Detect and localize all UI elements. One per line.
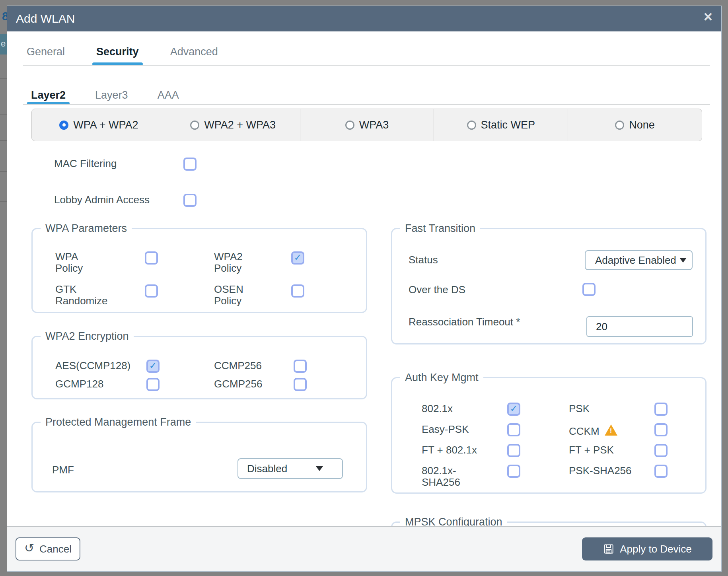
chevron-down-icon — [679, 258, 687, 263]
security-option-wpa-wpa2[interactable]: WPA + WPA2 — [32, 109, 166, 141]
aes-ccmp128-checkbox[interactable] — [146, 360, 160, 373]
auth-key-mgmt-legend: Auth Key Mgmt — [400, 372, 483, 384]
warning-icon: ! — [604, 424, 618, 436]
gtk-randomize-label: GTK Randomize — [55, 284, 119, 307]
akm-8021x-checkbox[interactable] — [507, 403, 520, 416]
akm-cckm-label: CCKM! — [569, 424, 618, 437]
dialog-title: Add WLAN — [16, 12, 75, 25]
background-row-divider — [0, 114, 7, 115]
dialog-body: General Security Advanced Layer2 Layer3 … — [7, 31, 721, 527]
akm-psk-sha256-checkbox[interactable] — [654, 465, 668, 478]
ccmp256-checkbox[interactable] — [294, 360, 307, 373]
akm-8021x-sha256-checkbox[interactable] — [507, 465, 520, 478]
radio-icon[interactable] — [190, 121, 199, 130]
mpsk-configuration-section: MPSK Configuration — [391, 516, 707, 527]
akm-psk-sha256-label: PSK-SHA256 — [569, 465, 632, 477]
radio-icon[interactable] — [467, 121, 476, 130]
tab-security[interactable]: Security — [96, 46, 139, 66]
akm-psk-checkbox[interactable] — [654, 403, 668, 416]
pmf-legend: Protected Management Frame — [41, 416, 196, 428]
save-icon — [603, 543, 615, 555]
gcmp128-checkbox[interactable] — [146, 378, 160, 391]
osen-policy-checkbox[interactable] — [291, 284, 304, 298]
chevron-down-icon — [316, 466, 323, 471]
radio-selected-icon[interactable] — [59, 121, 68, 130]
mpsk-configuration-legend: MPSK Configuration — [400, 516, 507, 527]
akm-cckm-text: CCKM — [569, 425, 600, 437]
tab-advanced[interactable]: Advanced — [170, 46, 218, 66]
fast-transition-status-dropdown[interactable]: Adaptive Enabled — [585, 250, 693, 270]
sub-tabs-divider — [23, 104, 710, 105]
akm-easy-psk-label: Easy-PSK — [422, 424, 469, 435]
wpa2-policy-label: WPA2 Policy — [214, 251, 262, 274]
mac-filtering-checkbox[interactable] — [183, 158, 197, 171]
akm-ft-8021x-label: FT + 802.1x — [422, 444, 477, 456]
fast-transition-legend: Fast Transition — [400, 222, 480, 235]
dialog-header: Add WLAN × — [7, 6, 721, 31]
background-row-divider — [0, 171, 7, 172]
security-sub-tabs: Layer2 Layer3 AAA — [31, 89, 179, 105]
over-the-ds-label: Over the DS — [409, 284, 465, 296]
security-option-static-wep[interactable]: Static WEP — [434, 109, 568, 141]
ccmp256-label: CCMP256 — [214, 360, 262, 372]
tab-layer3[interactable]: Layer3 — [95, 89, 128, 105]
cancel-button[interactable]: ↺ Cancel — [16, 537, 80, 560]
background-row-divider — [0, 140, 7, 141]
gtk-randomize-checkbox[interactable] — [145, 284, 158, 298]
security-option-label: None — [629, 119, 655, 131]
pmf-dropdown-value: Disabled — [247, 463, 287, 475]
background-row-divider — [0, 201, 7, 202]
security-option-wpa2-wpa3[interactable]: WPA2 + WPA3 — [166, 109, 300, 141]
security-option-wpa3[interactable]: WPA3 — [300, 109, 434, 141]
akm-cckm-checkbox[interactable] — [654, 423, 668, 436]
akm-8021x-label: 802.1x — [422, 403, 453, 414]
apply-to-device-button[interactable]: Apply to Device — [582, 537, 712, 560]
tab-aaa[interactable]: AAA — [158, 89, 179, 105]
akm-8021x-sha256-label: 802.1x-SHA256 — [422, 465, 475, 488]
dialog-footer: ↺ Cancel Apply to Device — [7, 526, 721, 571]
apply-button-label: Apply to Device — [620, 543, 692, 555]
lobby-admin-access-label: Lobby Admin Access — [54, 194, 150, 206]
security-option-label: Static WEP — [481, 119, 535, 131]
status-dropdown-value: Adaptive Enabled — [595, 254, 676, 267]
status-label: Status — [409, 254, 438, 266]
mac-filtering-label: MAC Filtering — [54, 158, 117, 169]
wpa2-encryption-legend: WPA2 Encryption — [41, 330, 134, 342]
tab-layer2[interactable]: Layer2 — [31, 89, 66, 105]
security-option-label: WPA2 + WPA3 — [204, 119, 276, 131]
security-option-label: WPA3 — [359, 119, 389, 131]
security-option-label: WPA + WPA2 — [73, 119, 138, 131]
layer2-security-mode-group: WPA + WPA2 WPA2 + WPA3 WPA3 Static WEP N… — [31, 109, 702, 141]
tabs-divider — [23, 65, 710, 66]
akm-easy-psk-checkbox[interactable] — [507, 423, 520, 436]
security-option-none[interactable]: None — [568, 109, 702, 141]
reassociation-timeout-label: Reassociation Timeout * — [409, 316, 520, 328]
page-background: { "modal": { "title": "Add WLAN", "close… — [0, 0, 728, 576]
over-the-ds-checkbox[interactable] — [582, 283, 596, 296]
main-tabs: General Security Advanced — [27, 46, 218, 66]
wpa2-policy-checkbox[interactable] — [291, 251, 304, 265]
reassociation-timeout-input[interactable] — [586, 316, 693, 337]
tab-general[interactable]: General — [27, 46, 65, 66]
close-icon[interactable]: × — [704, 9, 712, 24]
wpa-parameters-legend: WPA Parameters — [41, 222, 132, 235]
pmf-section: Protected Management Frame PMF Disabled — [31, 416, 367, 492]
radio-icon[interactable] — [345, 121, 354, 130]
akm-psk-label: PSK — [569, 403, 590, 414]
akm-ft-8021x-checkbox[interactable] — [507, 444, 520, 457]
fast-transition-section: Fast Transition Status Adaptive Enabled … — [391, 222, 707, 344]
background-partial-text-2: e — [1, 39, 6, 49]
cancel-button-label: Cancel — [39, 543, 72, 555]
background-row-divider — [0, 78, 7, 79]
wpa-policy-checkbox[interactable] — [145, 251, 158, 265]
akm-ft-psk-label: FT + PSK — [569, 444, 614, 456]
lobby-admin-access-checkbox[interactable] — [183, 194, 197, 207]
gcmp128-label: GCMP128 — [55, 378, 103, 390]
radio-icon[interactable] — [615, 121, 624, 130]
pmf-dropdown[interactable]: Disabled — [237, 458, 343, 479]
aes-ccmp128-label: AES(CCMP128) — [55, 360, 130, 372]
akm-ft-psk-checkbox[interactable] — [654, 444, 668, 457]
gcmp256-checkbox[interactable] — [294, 378, 307, 391]
add-wlan-dialog: Add WLAN × General Security Advanced Lay… — [7, 6, 722, 572]
background-teal-cell: e — [0, 34, 7, 54]
